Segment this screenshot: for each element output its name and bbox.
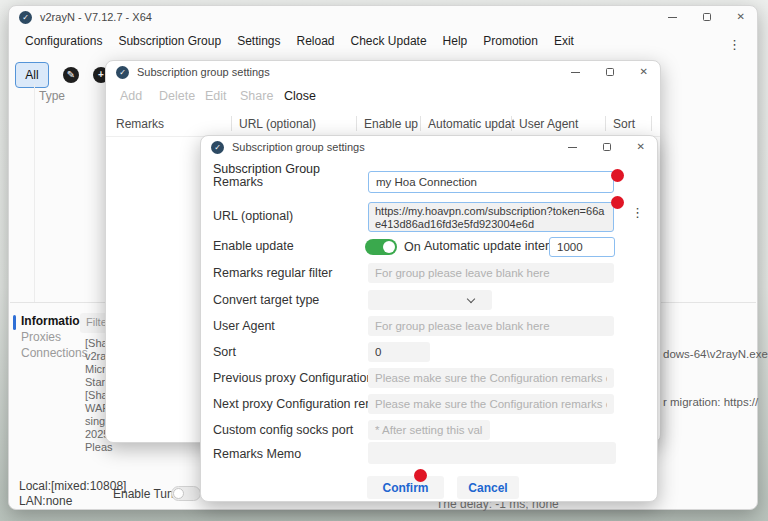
regular-filter-label: Remarks regular filter	[213, 266, 332, 280]
sort-input[interactable]	[368, 342, 430, 362]
column-divider	[420, 116, 421, 131]
remarks-memo-label: Remarks Memo	[213, 447, 301, 461]
remarks-label: Remarks	[213, 175, 263, 189]
enable-update-toggle[interactable]	[365, 239, 397, 255]
section-title: Subscription Group	[213, 162, 320, 176]
v2rayn-logo-icon: ✓	[211, 141, 224, 154]
menu-reload[interactable]: Reload	[288, 30, 342, 52]
subscription-edit-dialog: ✓ Subscription group settings ✕ Subscrip…	[200, 135, 658, 502]
remarks-input[interactable]	[368, 171, 614, 193]
socks-port-input[interactable]	[368, 420, 490, 440]
close-icon[interactable]: ✕	[737, 12, 745, 22]
column-divider	[231, 116, 232, 131]
regular-filter-input[interactable]	[368, 263, 614, 283]
desktop: ✓ v2rayN - V7.12.7 - X64 ✕ Configuration…	[0, 0, 768, 521]
annotation-dot-url	[611, 196, 624, 209]
column-automatic-update[interactable]: Automatic updat	[428, 117, 515, 131]
user-agent-label: User Agent	[213, 319, 275, 333]
close-icon[interactable]: ✕	[640, 67, 648, 77]
enable-tun-toggle[interactable]	[171, 486, 201, 501]
menu-configurations[interactable]: Configurations	[17, 30, 110, 52]
column-url[interactable]: URL (optional)	[239, 117, 316, 131]
socks-port-label: Custom config socks port	[213, 423, 353, 437]
tab-proxies[interactable]: Proxies	[21, 330, 61, 344]
column-divider	[605, 116, 606, 131]
log-output-right-2: r migration: https://	[663, 396, 758, 408]
dialog2-titlebar[interactable]: ✓ Subscription group settings ✕	[201, 136, 657, 158]
interval-input[interactable]	[549, 237, 615, 257]
v2rayn-logo-icon: ✓	[19, 11, 32, 24]
convert-target-select[interactable]	[368, 290, 492, 310]
cancel-button[interactable]: Cancel	[457, 476, 519, 499]
menu-exit[interactable]: Exit	[546, 30, 582, 52]
menu-bar: Configurations Subscription Group Settin…	[9, 28, 757, 54]
maximize-icon[interactable]	[606, 68, 614, 76]
enable-update-label: Enable update	[213, 239, 294, 253]
window-title: v2rayN - V7.12.7 - X64	[40, 11, 152, 23]
tab-all-groups[interactable]: All	[15, 62, 49, 88]
menu-subscription-group[interactable]: Subscription Group	[110, 30, 229, 52]
annotation-dot-confirm	[414, 469, 427, 482]
tab-connections[interactable]: Connections	[21, 346, 88, 360]
confirm-button[interactable]: Confirm	[367, 476, 444, 499]
log-line: Pleas	[85, 441, 114, 454]
menu-promotion[interactable]: Promotion	[475, 30, 546, 52]
dialog1-title: Subscription group settings	[137, 66, 270, 78]
log-output-right-1: dows-64\v2rayN.exe |	[663, 348, 768, 360]
tab-information[interactable]: Information	[21, 314, 87, 328]
column-user-agent[interactable]: User Agent	[519, 117, 578, 131]
v2rayn-logo-icon: ✓	[116, 66, 129, 79]
menu-settings[interactable]: Settings	[229, 30, 288, 52]
maximize-icon[interactable]	[703, 13, 711, 21]
edit-group-icon[interactable]: ✎	[63, 67, 79, 83]
list-menu-delete[interactable]: Delete	[159, 89, 195, 103]
minimize-icon[interactable]	[668, 17, 677, 18]
url-more-options-icon[interactable]: ⋮	[631, 205, 644, 220]
column-remarks[interactable]: Remarks	[116, 117, 164, 131]
main-titlebar[interactable]: ✓ v2rayN - V7.12.7 - X64 ✕	[9, 6, 757, 28]
annotation-dot-remarks	[611, 169, 624, 182]
list-menu-close[interactable]: Close	[284, 89, 316, 103]
convert-target-label: Convert target type	[213, 293, 319, 307]
column-sort[interactable]: Sort	[613, 117, 635, 131]
chevron-down-icon	[467, 294, 475, 302]
toggle-knob	[383, 241, 395, 253]
enable-tun-label: Enable Tun	[113, 487, 174, 501]
user-agent-input[interactable]	[368, 316, 614, 336]
maximize-icon[interactable]	[603, 143, 611, 151]
dialog2-title: Subscription group settings	[232, 141, 365, 153]
minimize-icon[interactable]	[568, 147, 577, 148]
prev-proxy-input[interactable]	[368, 368, 614, 388]
column-divider	[651, 116, 652, 131]
remarks-memo-input[interactable]	[368, 442, 616, 464]
close-icon[interactable]: ✕	[637, 142, 645, 152]
list-header-row: Remarks URL (optional) Enable up Automat…	[106, 111, 660, 137]
list-column-divider	[34, 84, 35, 302]
column-divider	[356, 116, 357, 131]
sort-label: Sort	[213, 345, 236, 359]
type-column-header: Type	[39, 89, 65, 103]
url-input[interactable]: https://my.hoavpn.com/subscription?token…	[368, 202, 614, 232]
status-lan: LAN:none	[19, 494, 72, 508]
list-menu-edit[interactable]: Edit	[205, 89, 227, 103]
minimize-icon[interactable]	[571, 72, 580, 73]
selected-tab-indicator	[13, 315, 16, 330]
column-enable-update[interactable]: Enable up	[364, 117, 418, 131]
list-menu-add[interactable]: Add	[120, 89, 142, 103]
overflow-menu-icon[interactable]: ⋮	[728, 37, 741, 52]
list-menu-share[interactable]: Share	[240, 89, 273, 103]
status-local: Local:[mixed:10808]	[19, 479, 126, 493]
menu-check-update[interactable]: Check Update	[343, 30, 435, 52]
toggle-knob	[173, 488, 184, 499]
url-label: URL (optional)	[213, 209, 293, 223]
dialog1-titlebar[interactable]: ✓ Subscription group settings ✕	[106, 61, 660, 83]
toggle-state-label: On	[404, 240, 421, 254]
column-divider	[511, 116, 512, 131]
menu-help[interactable]: Help	[435, 30, 476, 52]
next-proxy-input[interactable]	[368, 394, 614, 414]
